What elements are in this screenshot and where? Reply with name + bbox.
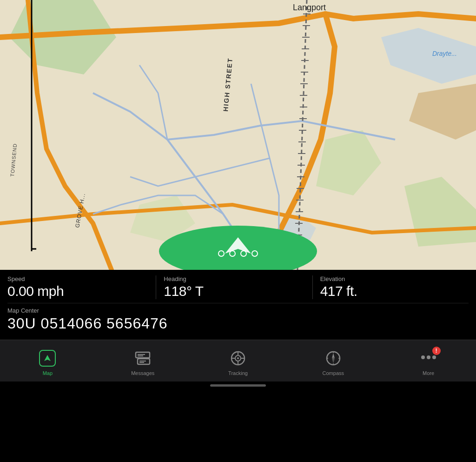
map-icon	[39, 350, 56, 367]
map-tab-icon	[37, 348, 58, 368]
more-badge-container: !	[418, 348, 439, 368]
svg-text:Langport: Langport	[293, 3, 326, 12]
elevation-label: Elevation	[320, 275, 461, 282]
tab-messages-label: Messages	[131, 370, 154, 376]
home-indicator	[0, 382, 476, 391]
heading-cell: Heading 118° T	[164, 275, 312, 299]
tab-tracking[interactable]: Tracking	[191, 348, 286, 376]
home-bar	[210, 384, 266, 387]
tab-more-label: More	[423, 370, 434, 376]
heading-value: 118° T	[164, 283, 304, 299]
page-dot-2	[229, 250, 236, 257]
svg-marker-40	[44, 355, 51, 361]
heading-label: Heading	[164, 275, 304, 282]
page-dot-4	[251, 250, 258, 257]
elevation-cell: Elevation 417 ft.	[320, 275, 469, 299]
svg-point-57	[332, 357, 334, 359]
tab-map[interactable]: Map	[0, 348, 95, 376]
tab-messages[interactable]: Messages	[95, 348, 191, 376]
speed-value: 0.00 mph	[7, 283, 148, 299]
tracking-tab-icon	[228, 348, 248, 368]
elevation-value: 417 ft.	[320, 283, 461, 299]
map-center-label: Map Center	[7, 307, 469, 314]
svg-point-64	[432, 355, 436, 359]
stats-row: Speed 0.00 mph Heading 118° T Elevation …	[7, 275, 469, 303]
map-container[interactable]: HIGH STREET GROVE H... Langport Drayte..…	[0, 0, 476, 270]
map-svg: HIGH STREET GROVE H... Langport Drayte..…	[0, 0, 476, 270]
svg-point-48	[237, 357, 239, 359]
messages-tab-icon	[132, 348, 153, 368]
more-tab-icon: !	[418, 348, 439, 368]
tab-tracking-label: Tracking	[228, 370, 248, 376]
tab-map-label: Map	[43, 370, 53, 376]
page-dot-1	[218, 250, 225, 257]
page-indicator	[218, 250, 258, 257]
compass-icon	[324, 349, 342, 367]
page-dot-3	[240, 250, 247, 257]
svg-point-63	[427, 355, 430, 359]
messages-icon	[134, 349, 152, 367]
data-panel: Speed 0.00 mph Heading 118° T Elevation …	[0, 270, 476, 340]
compass-tab-icon	[323, 348, 344, 368]
svg-text:Drayte...: Drayte...	[432, 50, 457, 57]
speed-cell: Speed 0.00 mph	[7, 275, 156, 299]
tab-more[interactable]: ! More	[381, 348, 476, 376]
tab-compass[interactable]: Compass	[285, 348, 381, 376]
svg-point-62	[421, 355, 425, 359]
tracking-icon	[229, 349, 247, 367]
map-center-row: Map Center 30U 0514066 5656476	[7, 307, 469, 335]
tab-bar: Map Messages	[0, 340, 476, 382]
more-badge: !	[432, 347, 441, 355]
map-arrow-icon	[43, 354, 52, 363]
speed-label: Speed	[7, 275, 148, 282]
tab-compass-label: Compass	[323, 370, 344, 376]
map-center-value: 30U 0514066 5656476	[7, 315, 469, 332]
